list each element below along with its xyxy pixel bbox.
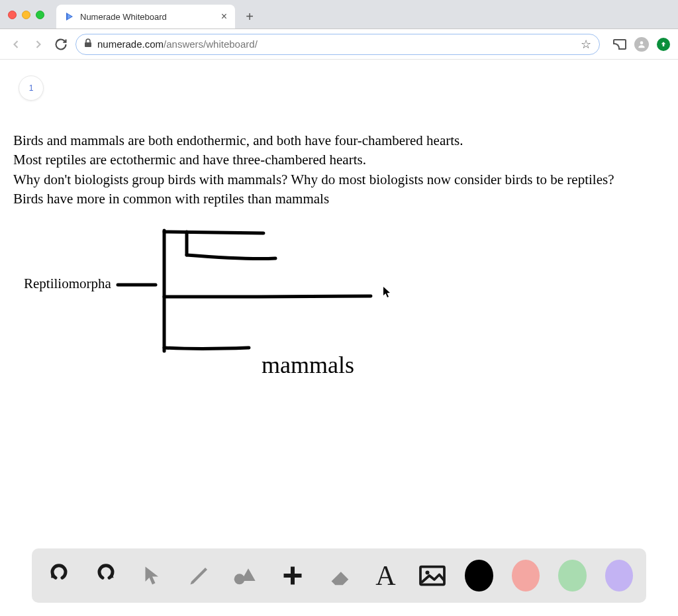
window-minimize-button[interactable] [22,11,30,19]
window-close-button[interactable] [8,11,17,19]
url-text: numerade.com/answers/whiteboard/ [97,38,258,50]
svg-marker-5 [241,568,255,581]
numerade-favicon [64,11,75,22]
url-domain: numerade.com [97,38,164,50]
browser-tab[interactable]: Numerade Whiteboard × [56,5,235,28]
url-path: /answers/whiteboard/ [164,38,258,50]
back-button[interactable] [8,36,24,52]
question-text: Birds and mammals are both endothermic, … [13,131,665,209]
pencil-tool[interactable] [185,560,213,591]
cladogram-drawing [13,219,477,391]
extension-badge[interactable] [657,38,670,51]
svg-rect-7 [283,574,301,578]
shapes-tool[interactable] [232,560,260,591]
svg-rect-2 [85,42,91,47]
window-maximize-button[interactable] [36,11,44,19]
svg-point-3 [640,41,644,44]
profile-icon[interactable] [634,37,649,52]
bookmark-star-icon[interactable]: ☆ [581,37,591,52]
extension-icons [613,37,670,52]
whiteboard-toolbar: A [32,548,646,603]
reload-button[interactable] [53,36,69,52]
text-line: Most reptiles are ectothermic and have t… [13,150,665,170]
tab-title: Numerade Whiteboard [80,12,167,22]
eraser-tool[interactable] [325,560,353,591]
new-tab-button[interactable]: + [240,7,259,26]
page-number-badge[interactable]: 1 [19,76,44,101]
color-purple[interactable] [605,560,633,591]
image-tool[interactable] [418,560,446,591]
text-line: Birds and mammals are both endothermic, … [13,131,665,150]
color-red[interactable] [512,560,540,591]
browser-toolbar: numerade.com/answers/whiteboard/ ☆ [0,29,678,60]
address-bar[interactable]: numerade.com/answers/whiteboard/ ☆ [75,34,600,55]
diagram-label-mammals: mammals [262,351,354,379]
text-tool[interactable]: A [371,560,399,591]
cast-icon[interactable] [613,39,626,50]
browser-tab-strip: Numerade Whiteboard × + [0,0,678,29]
add-tool[interactable] [278,560,306,591]
redo-button[interactable] [91,560,119,591]
select-tool[interactable] [138,560,166,591]
whiteboard-page[interactable]: 1 Birds and mammals are both endothermic… [0,60,678,616]
undo-button[interactable] [45,560,73,591]
color-green[interactable] [558,560,586,591]
window-controls [8,11,44,19]
lock-icon [84,38,92,50]
svg-point-9 [425,571,429,575]
forward-button[interactable] [30,36,46,52]
text-line: Birds have more in common with reptiles … [13,189,665,209]
text-line: Why don't biologists group birds with ma… [13,170,665,189]
tab-close-button[interactable]: × [221,11,227,23]
color-black[interactable] [465,560,493,591]
